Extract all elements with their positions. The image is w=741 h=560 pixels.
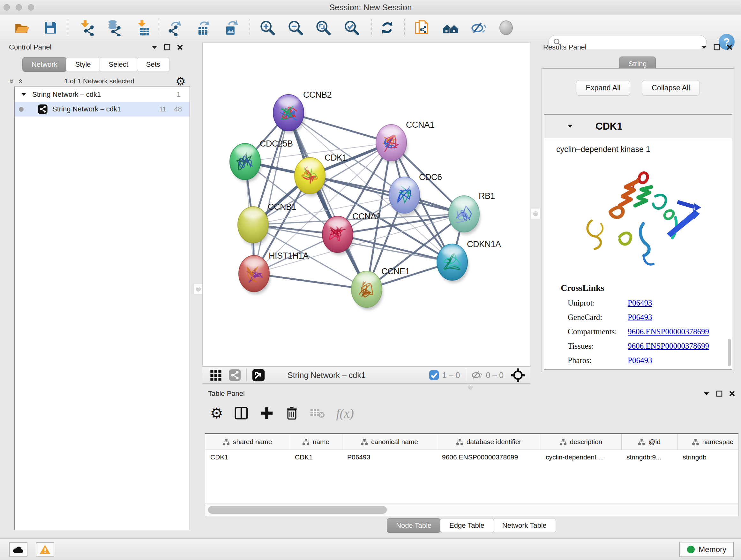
table-row[interactable]: CDK1CDK1P064939606.ENSP00000378699cyclin… — [205, 449, 738, 465]
edge-CCNB2-CCNE1[interactable] — [288, 113, 367, 289]
protein-card-header[interactable]: CDK1 — [544, 115, 732, 138]
delete-column-icon[interactable] — [285, 406, 299, 421]
refresh-view-button[interactable] — [379, 19, 395, 36]
panel-float-icon[interactable] — [714, 44, 720, 51]
import-network-from-database-button[interactable] — [105, 19, 122, 36]
table-cell[interactable]: stringdb — [677, 449, 738, 465]
node-CDKN1A[interactable]: CDKN1A — [437, 240, 501, 283]
edge-CCNB2-HIST1H1A[interactable] — [254, 113, 288, 273]
show-columns-icon[interactable] — [234, 406, 249, 421]
node-CCNE1[interactable]: CCNE1 — [351, 266, 410, 310]
tab-select[interactable]: Select — [99, 57, 138, 72]
panel-close-icon[interactable] — [177, 44, 183, 51]
show-all-button[interactable] — [498, 19, 515, 36]
table-options-gear-icon[interactable]: ⚙ — [210, 405, 223, 422]
column-header-database-identifier[interactable]: database identifier — [437, 434, 541, 449]
table-cell[interactable]: stringdb:9... — [621, 449, 677, 465]
panel-close-icon[interactable] — [729, 390, 735, 397]
panel-menu-icon[interactable] — [703, 391, 710, 396]
panel-float-icon[interactable] — [716, 390, 723, 397]
panel-close-icon[interactable] — [726, 44, 733, 51]
column-header--id[interactable]: @id — [621, 434, 677, 449]
crosslink-link[interactable]: 9606.ENSP00000378699 — [628, 341, 709, 351]
save-session-button[interactable] — [42, 19, 59, 36]
view-grid-icon[interactable] — [209, 369, 222, 381]
tree-expander-icon[interactable] — [21, 92, 26, 97]
network-view[interactable]: CCNB2CCNA1CDC25BCDK1CDC6RB1CCNB1CCNA2CDK… — [202, 43, 530, 367]
table-hscrollbar[interactable] — [205, 503, 738, 516]
edge-HIST1H1A-CCNE1[interactable] — [254, 273, 367, 289]
export-table-button[interactable] — [195, 19, 212, 36]
export-network-button[interactable] — [167, 19, 184, 36]
panel-menu-icon[interactable] — [151, 45, 158, 50]
import-network-from-file-button[interactable] — [78, 19, 95, 36]
open-session-button[interactable] — [13, 19, 30, 36]
node-CCNA2[interactable]: CCNA2 — [322, 212, 381, 255]
column-header-shared-name[interactable]: shared name — [205, 434, 290, 449]
table-cell[interactable]: P06493 — [342, 449, 437, 465]
node-CDC25B[interactable]: CDC25B — [230, 139, 293, 182]
import-table-from-file-button[interactable] — [134, 19, 151, 36]
tab-network[interactable]: Network — [22, 57, 67, 72]
open-in-window-icon[interactable] — [252, 368, 265, 382]
column-header-canonical-name[interactable]: canonical name — [342, 434, 437, 449]
node-CCNB2[interactable]: CCNB2 — [273, 90, 332, 133]
node-CDC6[interactable]: CDC6 — [389, 172, 442, 216]
hide-selected-button[interactable] — [470, 19, 487, 36]
crosslink-link[interactable]: P06493 — [628, 356, 652, 365]
node-CCNB1[interactable]: CCNB1 — [238, 202, 296, 246]
table-cell[interactable]: CDK1 — [290, 449, 342, 465]
network-canvas[interactable]: CCNB2CCNA1CDC25BCDK1CDC6RB1CCNB1CCNA2CDK… — [203, 43, 530, 366]
copy-network-button[interactable] — [414, 19, 430, 36]
panel-float-icon[interactable] — [164, 44, 171, 51]
table-cell[interactable]: cyclin-dependent ... — [541, 449, 621, 465]
zoom-out-button[interactable] — [287, 19, 304, 36]
memory-status-dot — [687, 546, 695, 553]
crosslink-link[interactable]: 9606.ENSP00000378699 — [628, 327, 709, 336]
export-image-button[interactable] — [223, 19, 239, 36]
window-close-button[interactable] — [3, 4, 10, 10]
zoom-selected-button[interactable] — [343, 19, 360, 36]
tab-network-table[interactable]: Network Table — [493, 518, 556, 533]
tab-sets[interactable]: Sets — [137, 57, 170, 72]
collapse-card-icon[interactable] — [567, 124, 573, 128]
navigator-crosshair-icon[interactable] — [511, 368, 525, 382]
collapse-all-button[interactable]: Collapse All — [642, 80, 700, 96]
crosslink-link[interactable]: P06493 — [628, 299, 652, 307]
warnings-button[interactable] — [36, 543, 54, 557]
tab-style[interactable]: Style — [66, 57, 100, 72]
selected-checkbox-icon[interactable] — [429, 370, 439, 380]
network-row-selected[interactable]: String Network – cdk1 11 48 — [15, 102, 190, 117]
column-header-name[interactable]: name — [290, 434, 342, 449]
column-header-namespac[interactable]: namespac — [677, 434, 738, 449]
view-string-icon[interactable] — [228, 369, 241, 381]
window-zoom-button[interactable] — [28, 4, 34, 10]
first-neighbors-button[interactable] — [442, 19, 459, 36]
node-HIST1H1A[interactable]: HIST1H1A — [239, 251, 309, 294]
tab-node-table[interactable]: Node Table — [387, 518, 441, 533]
results-scrollbar-thumb[interactable] — [728, 339, 731, 366]
left-splitter-handle[interactable] — [193, 284, 203, 294]
zoom-in-button[interactable] — [259, 19, 276, 36]
table-hscrollbar-thumb[interactable] — [208, 506, 387, 514]
network-options-gear-icon[interactable]: ⚙ — [176, 75, 186, 88]
network-collection-row[interactable]: String Network – cdk1 1 — [15, 87, 190, 102]
zoom-fit-button[interactable] — [315, 19, 332, 36]
window-minimize-button[interactable] — [16, 4, 22, 10]
crosslink-link[interactable]: P06493 — [628, 313, 652, 322]
node-RB1[interactable]: RB1 — [449, 191, 495, 235]
column-header-description[interactable]: description — [541, 434, 621, 449]
table-cell[interactable]: CDK1 — [205, 449, 290, 465]
expand-all-tree-icon[interactable]: » — [7, 79, 17, 83]
memory-button[interactable]: Memory — [679, 542, 734, 557]
node-CDK1[interactable]: CDK1 — [294, 153, 347, 196]
cloud-status-button[interactable] — [9, 543, 27, 557]
expand-all-button[interactable]: Expand All — [576, 80, 630, 96]
tab-edge-table[interactable]: Edge Table — [440, 518, 494, 533]
create-column-icon[interactable] — [259, 406, 274, 421]
panel-menu-icon[interactable] — [701, 45, 707, 50]
hidden-eye-icon[interactable] — [470, 370, 482, 381]
collapse-all-tree-icon[interactable]: « — [16, 79, 26, 83]
string-results-container: Expand All Collapse All CDK1 cyclin–depe… — [542, 68, 734, 372]
table-cell[interactable]: 9606.ENSP00000378699 — [437, 449, 541, 465]
